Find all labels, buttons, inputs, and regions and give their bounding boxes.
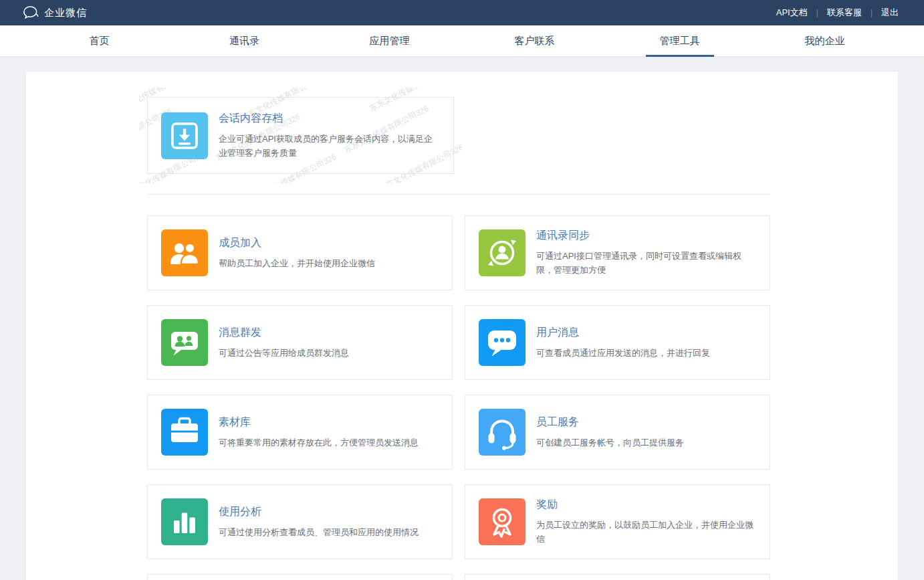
tool-card-user-messages[interactable]: 用户消息 可查看成员通过应用发送的消息，并进行回复	[465, 305, 770, 380]
page: 企业微信 API文档 | 联系客服 | 退出 首页 通讯录 应用管理 客户联系 …	[0, 0, 924, 580]
wework-brand[interactable]: 企业微信	[23, 5, 87, 20]
tool-desc: 可通过使用分析查看成员、管理员和应用的使用情况	[219, 525, 419, 539]
main-nav: 首页 通讯录 应用管理 客户联系 管理工具 我的企业	[0, 25, 924, 57]
tool-card-group-message[interactable]: 消息群发 可通过公告等应用给成员群发消息	[147, 305, 453, 380]
bar-chart-icon	[161, 498, 208, 545]
archive-download-icon	[161, 112, 208, 159]
tool-card-employee-service[interactable]: 员工服务 可创建员工服务帐号，向员工提供服务	[465, 395, 770, 470]
tool-desc: 可通过API接口管理通讯录，同时可设置查看或编辑权限，管理更加方便	[536, 249, 756, 277]
tab-my-company[interactable]: 我的企业	[752, 25, 897, 56]
tool-title: 成员加入	[219, 236, 375, 250]
tool-desc: 可通过公告等应用给成员群发消息	[219, 346, 349, 360]
headset-icon	[479, 409, 526, 456]
header-links: API文档 | 联系客服 | 退出	[774, 7, 901, 19]
logout-link[interactable]: 退出	[879, 7, 901, 19]
tool-desc: 可创建员工服务帐号，向员工提供服务	[536, 436, 684, 450]
tab-home[interactable]: 首页	[27, 25, 172, 56]
tab-management-tools[interactable]: 管理工具	[607, 25, 752, 56]
tool-title: 用户消息	[536, 326, 710, 340]
tool-title: 通讯录同步	[536, 229, 756, 243]
tool-desc: 可将重要常用的素材存放在此，方便管理员发送消息	[219, 436, 419, 450]
tools-grid: 成员加入 帮助员工加入企业，并开始使用企业微信	[147, 215, 770, 580]
tool-desc: 为员工设立的奖励，以鼓励员工加入企业，并使用企业微信	[536, 518, 756, 546]
tool-title: 员工服务	[536, 415, 684, 429]
featured-section: 东东文化传媒有限公司326 东东文化传媒有限公司326 东东文化传媒有限公司32…	[147, 97, 454, 174]
tool-card-partial[interactable]	[465, 574, 770, 580]
tool-desc: 可查看成员通过应用发送的消息，并进行回复	[536, 346, 710, 360]
contact-support-link[interactable]: 联系客服	[824, 7, 864, 19]
tools-panel: 东东文化传媒有限公司326 东东文化传媒有限公司326 东东文化传媒有限公司32…	[25, 71, 899, 580]
tool-desc: 帮助员工加入企业，并开始使用企业微信	[219, 256, 375, 270]
contacts-sync-icon	[479, 229, 526, 276]
group-message-icon	[161, 319, 208, 366]
top-header-bar: 企业微信 API文档 | 联系客服 | 退出	[0, 0, 924, 25]
tool-card-archive[interactable]: 会话内容存档 企业可通过API获取成员的客户服务会话内容，以满足企业管理客户服务…	[147, 97, 454, 174]
tool-title: 消息群发	[219, 326, 349, 340]
api-docs-link[interactable]: API文档	[774, 7, 810, 19]
brand-title: 企业微信	[44, 7, 87, 19]
tool-card-member-join[interactable]: 成员加入 帮助员工加入企业，并开始使用企业微信	[147, 215, 453, 290]
members-icon	[161, 229, 208, 276]
medal-icon	[479, 498, 526, 545]
section-divider	[147, 194, 770, 195]
tab-customer-contact[interactable]: 客户联系	[462, 25, 607, 56]
tool-title: 奖励	[536, 498, 756, 512]
tool-desc: 企业可通过API获取成员的客户服务会话内容，以满足企业管理客户服务质量	[219, 132, 440, 160]
tool-card-usage-analytics[interactable]: 使用分析 可通过使用分析查看成员、管理员和应用的使用情况	[147, 484, 453, 559]
briefcase-icon	[161, 409, 208, 456]
wework-logo-icon	[23, 5, 39, 20]
tool-title: 会话内容存档	[219, 112, 440, 126]
tool-card-contacts-sync[interactable]: 通讯录同步 可通过API接口管理通讯录，同时可设置查看或编辑权限，管理更加方便	[465, 215, 770, 290]
tool-card-reward[interactable]: 奖励 为员工设立的奖励，以鼓励员工加入企业，并使用企业微信	[465, 484, 770, 559]
chat-bubble-icon	[479, 319, 526, 366]
tab-app-management[interactable]: 应用管理	[317, 25, 462, 56]
tab-contacts[interactable]: 通讯录	[172, 25, 317, 56]
link-separator: |	[871, 8, 873, 17]
content-area: 东东文化传媒有限公司326 东东文化传媒有限公司326 东东文化传媒有限公司32…	[0, 57, 924, 580]
link-separator: |	[816, 8, 818, 17]
tool-title: 使用分析	[219, 505, 419, 519]
tool-card-partial[interactable]	[147, 574, 453, 580]
tool-card-material-library[interactable]: 素材库 可将重要常用的素材存放在此，方便管理员发送消息	[147, 395, 453, 470]
tool-title: 素材库	[219, 415, 419, 429]
